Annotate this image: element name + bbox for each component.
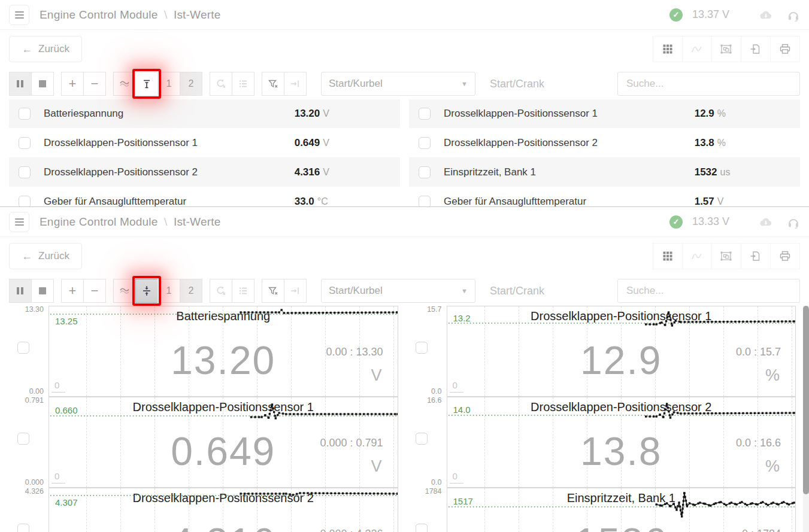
- chart-checkbox[interactable]: [416, 524, 428, 532]
- axis-max-label: 15.7: [427, 306, 441, 314]
- chart-checkbox[interactable]: [416, 433, 428, 445]
- chart-title: Batteriespannung: [49, 309, 398, 323]
- chart-checkbox[interactable]: [17, 433, 29, 445]
- parameter-value: 13.8%: [695, 137, 726, 149]
- axis-min-label: 0.0: [431, 478, 441, 487]
- actions-row: ← Zurück: [0, 237, 809, 269]
- chart-panel: Batteriespannung 13.25 13.20 0.00 : 13.3…: [49, 306, 398, 397]
- row-checkbox[interactable]: [419, 137, 431, 149]
- refresh-x-button[interactable]: [210, 279, 232, 303]
- breadcrumb: Engine Control Module \ Ist-Werte: [40, 8, 220, 22]
- frame-select-button[interactable]: [711, 243, 741, 269]
- table-row[interactable]: Geber für Ansauglufttemperatur 33.0°C: [9, 187, 400, 206]
- grid-view-button[interactable]: [653, 36, 683, 62]
- window-2-button[interactable]: 2: [180, 72, 202, 96]
- jump-end-button[interactable]: [284, 72, 307, 96]
- jump-end-button[interactable]: [284, 279, 307, 303]
- stop-button[interactable]: [31, 279, 54, 303]
- marker-value-label: 13.2: [453, 313, 471, 323]
- chart-checkbox[interactable]: [17, 342, 29, 354]
- table-row[interactable]: Drosselklappen-Positionssensor 1 0.649V: [9, 129, 400, 158]
- table-row[interactable]: Drosselklappen-Positionssensor 1 12.9%: [409, 99, 800, 129]
- wave-smoothing-button[interactable]: [113, 72, 136, 96]
- hamburger-menu-button[interactable]: [9, 5, 29, 25]
- live-value: 13.8: [447, 428, 796, 474]
- preset-dropdown[interactable]: Start/Kurbel ▼: [321, 279, 475, 303]
- marker-value-label: 4.307: [55, 497, 78, 507]
- list-button[interactable]: [232, 279, 254, 303]
- table-row[interactable]: Einspritzzeit, Bank 1 1532us: [409, 158, 800, 187]
- window-1-button[interactable]: 1: [157, 72, 180, 96]
- split-merge-button[interactable]: [135, 279, 158, 303]
- axis-max-label: 0.791: [25, 396, 44, 405]
- value-range: 0.0 : 16.6: [736, 437, 781, 449]
- x-origin-label: 0: [51, 471, 65, 484]
- cloud-download-icon[interactable]: [758, 216, 774, 228]
- table-row[interactable]: Drosselklappen-Positionssensor 2 4.316V: [9, 158, 400, 187]
- measurement-toolbar: + − 1 2 Start/Kurbel ▼ Start/Crank: [9, 72, 800, 96]
- pause-button[interactable]: [9, 279, 32, 303]
- pause-button[interactable]: [9, 72, 32, 96]
- window-2-button[interactable]: 2: [180, 279, 202, 303]
- print-icon[interactable]: [770, 36, 800, 62]
- add-button[interactable]: +: [61, 279, 84, 303]
- print-icon[interactable]: [770, 243, 800, 269]
- preset-dropdown[interactable]: Start/Kurbel ▼: [321, 72, 475, 96]
- export-icon[interactable]: [741, 243, 771, 269]
- chart-checkbox[interactable]: [17, 524, 29, 532]
- axis-min-label: 0.0: [431, 387, 441, 396]
- remove-button[interactable]: −: [83, 72, 106, 96]
- back-button[interactable]: ← Zurück: [9, 36, 82, 62]
- search-input[interactable]: [617, 279, 800, 303]
- wave-smoothing-button[interactable]: [113, 279, 136, 303]
- hamburger-menu-button[interactable]: [9, 212, 29, 232]
- chart-checkbox[interactable]: [416, 342, 428, 354]
- value-range: 0 : 1784: [742, 528, 781, 532]
- export-icon[interactable]: [741, 36, 771, 62]
- live-value: 0.649: [49, 428, 398, 474]
- window-1-button[interactable]: 1: [157, 279, 180, 303]
- app-bar: Engine Control Module \ Ist-Werte ✓ 13.3…: [0, 207, 809, 237]
- frame-select-button[interactable]: [711, 36, 741, 62]
- marker-value-label: 1517: [453, 496, 473, 506]
- check-circle-icon: ✓: [669, 215, 683, 229]
- value-range: 0.0 : 15.7: [736, 346, 781, 358]
- chart-panel: Drosselklappen-Positionssensor 1 0.660 0…: [49, 397, 398, 488]
- row-checkbox[interactable]: [19, 108, 31, 120]
- row-checkbox[interactable]: [419, 196, 431, 206]
- remove-button[interactable]: −: [83, 279, 106, 303]
- refresh-x-button[interactable]: [210, 72, 232, 96]
- screenshot-table-view: Engine Control Module \ Ist-Werte ✓ 13.3…: [0, 0, 809, 206]
- parameter-name: Drosselklappen-Positionssensor 2: [44, 166, 198, 178]
- line-chart-view-button[interactable]: [682, 243, 712, 269]
- chart-panel: Einspritzzeit, Bank 1 1517 1586 0 : 1784…: [447, 488, 796, 532]
- filter-x-button[interactable]: [262, 72, 284, 96]
- row-checkbox[interactable]: [19, 166, 31, 178]
- headphones-icon[interactable]: [787, 215, 800, 229]
- cloud-download-icon[interactable]: [758, 9, 774, 21]
- back-arrow-icon: ←: [22, 250, 32, 263]
- table-row[interactable]: Geber für Ansauglufttemperatur 1.57V: [409, 187, 800, 206]
- parameter-value: 1.57V: [695, 196, 724, 206]
- table-row[interactable]: Drosselklappen-Positionssensor 2 13.8%: [409, 129, 800, 158]
- row-checkbox[interactable]: [19, 196, 31, 206]
- grid-view-button[interactable]: [653, 243, 683, 269]
- back-button[interactable]: ← Zurück: [9, 243, 82, 269]
- row-checkbox[interactable]: [419, 166, 431, 178]
- chart-title: Drosselklappen-Positionssensor 1: [447, 309, 796, 323]
- parameter-name: Drosselklappen-Positionssensor 1: [44, 137, 198, 149]
- row-checkbox[interactable]: [19, 137, 31, 149]
- stop-button[interactable]: [31, 72, 54, 96]
- scrollbar-thumb[interactable]: [803, 306, 809, 494]
- filter-x-button[interactable]: [262, 279, 284, 303]
- list-button[interactable]: [232, 72, 254, 96]
- search-input[interactable]: [617, 72, 800, 96]
- vertical-scrollbar[interactable]: [803, 306, 809, 532]
- table-row[interactable]: Batteriespannung 13.20V: [9, 99, 400, 129]
- line-chart-view-button[interactable]: [682, 36, 712, 62]
- add-button[interactable]: +: [61, 72, 84, 96]
- headphones-icon[interactable]: [787, 8, 800, 22]
- value-cursor-button[interactable]: [135, 72, 158, 96]
- row-checkbox[interactable]: [419, 108, 431, 120]
- live-value: 12.9: [447, 338, 796, 383]
